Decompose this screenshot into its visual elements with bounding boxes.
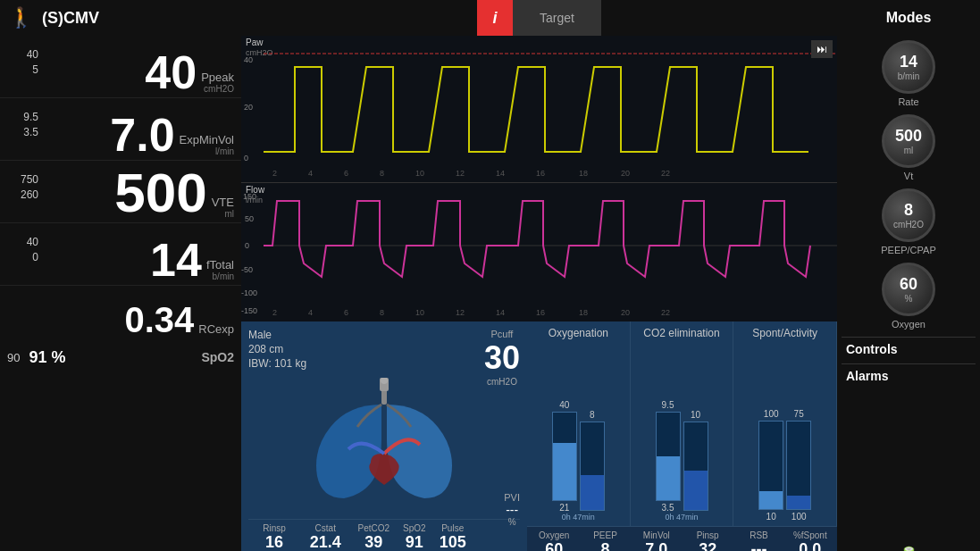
- pvi-display[interactable]: PVI --- %: [504, 492, 520, 527]
- content-area: 40 5 40 Ppeak cmH2O 9.5 3.5 7.0 ExpMinVo…: [0, 36, 980, 551]
- flow-waveform-svg: [241, 183, 837, 321]
- vte-small-vals: 750 260: [7, 172, 38, 221]
- rcexp-label-area: RCexp: [198, 322, 234, 338]
- monitoring-body: 40 21 8: [527, 344, 837, 526]
- oxy-bar2-fill: [581, 475, 604, 510]
- pcuff-display[interactable]: Pcuff 30 cmH2O: [484, 329, 520, 387]
- bottom-section: Male 208 cm IBW: 101 kg: [241, 321, 837, 551]
- mon-spont: 100 10 75: [733, 344, 837, 526]
- spont-bars: 100 10 75: [736, 348, 833, 522]
- col-spont: Spont/Activity: [733, 321, 837, 344]
- vital-spo2[interactable]: 90 91 % SpO2: [0, 339, 241, 375]
- knob-peep[interactable]: 8 cmH2O PEEP/CPAP: [842, 188, 976, 255]
- rate-knob[interactable]: 14 b/min: [882, 40, 935, 94]
- co2-bar2: 10: [683, 410, 708, 513]
- co2-bar2-fill: [684, 471, 708, 510]
- oxy-time: 0h 47min: [562, 513, 595, 522]
- knob-vt[interactable]: 500 ml Vt: [842, 114, 976, 181]
- monitoring-bottom-values: Oxygen 60 % PEEP 8 cmH2O MinVol 7.0: [527, 526, 837, 551]
- patient-ibw: IBW: 101 kg: [248, 357, 520, 370]
- stat-pulse: Pulse 105 1/min: [440, 523, 466, 551]
- oxygen-knob[interactable]: 60 %: [882, 263, 935, 316]
- mon-oxygenation: 40 21 8: [527, 344, 631, 526]
- controls-label[interactable]: Controls: [842, 337, 976, 356]
- co2-time: 0h 47min: [665, 513, 698, 522]
- vital-ftotal[interactable]: 40 0 14 fTotal b/min: [0, 223, 241, 286]
- paw-waveform-svg: [241, 36, 837, 182]
- mon-co2: 9.5 3.5 10: [631, 344, 734, 526]
- oxy-bars: 40 21 8: [530, 348, 627, 513]
- spo2-threshold: 90: [7, 351, 20, 364]
- spont-bar2: 75 100: [786, 409, 811, 522]
- oxy-bar1-fill: [553, 443, 576, 500]
- mon-pinsp: Pinsp 32 cmH2O: [684, 530, 731, 551]
- ppeak-label-area: Ppeak cmH2O: [201, 71, 234, 96]
- mon-rsb: RSB --- 1/(l*min): [735, 530, 782, 551]
- info-button[interactable]: i: [477, 0, 513, 36]
- mon-fspont: %fSpont 0.0 %: [787, 530, 833, 551]
- expminvol-value: 7.0: [38, 112, 180, 158]
- modes-button[interactable]: Modes: [837, 0, 980, 36]
- mon-minvol: MinVol 7.0 l/min: [633, 530, 680, 551]
- oxy-bar1: 40 21: [552, 400, 577, 513]
- mon-peep: PEEP 8 cmH2O: [582, 530, 628, 551]
- monitoring-header: Oxygenation CO2 elimination Spont/Activi…: [527, 321, 837, 344]
- waveforms-section: Paw cmH2O 40 20 0 2 4 6 8 10 12 14 16 18: [241, 36, 837, 321]
- vital-expminvol[interactable]: 9.5 3.5 7.0 ExpMinVol l/min: [0, 98, 241, 161]
- spont-bar1-fill: [759, 491, 783, 509]
- expminvol-label-area: ExpMinVol l/min: [180, 133, 234, 158]
- col-co2: CO2 elimination: [631, 321, 734, 344]
- top-bar-left: 🚶 (S)CMV: [0, 6, 241, 29]
- clock-battery: 🔋: [842, 541, 976, 551]
- vital-vte[interactable]: 750 260 500 VTE ml: [0, 161, 241, 223]
- spont-bar1: 100 10: [758, 409, 783, 522]
- vital-ppeak[interactable]: 40 5 40 Ppeak cmH2O: [0, 36, 241, 98]
- center-main: Paw cmH2O 40 20 0 2 4 6 8 10 12 14 16 18: [241, 36, 837, 551]
- co2-bar1: 9.5 3.5: [656, 400, 681, 513]
- flow-chart: Flow l/min 150 50 0 -50 -100 -150 2 4 6 …: [241, 183, 837, 321]
- lung-illustration: [248, 370, 520, 519]
- stat-cstat: Cstat 21.4 ml/cmH2O: [306, 523, 345, 551]
- peep-knob[interactable]: 8 cmH2O: [882, 188, 935, 242]
- bottom-stats: Rinsp 16 cmH2O/l/s Cstat 21.4 ml/cmH2O P…: [248, 519, 520, 551]
- spo2-label: SpO2: [201, 350, 234, 364]
- paw-chart: Paw cmH2O 40 20 0 2 4 6 8 10 12 14 16 18: [241, 36, 837, 183]
- col-oxygenation: Oxygenation: [527, 321, 631, 344]
- co2-bars: 9.5 3.5 10: [633, 348, 731, 513]
- ftotal-small-vals: 40 0: [7, 235, 38, 283]
- vital-rcexp[interactable]: 0.34 RCexp: [0, 286, 241, 339]
- vitals-panel: 40 5 40 Ppeak cmH2O 9.5 3.5 7.0 ExpMinVo…: [0, 36, 241, 551]
- alarms-label[interactable]: Alarms: [842, 363, 976, 383]
- stat-rinsp: Rinsp 16 cmH2O/l/s: [255, 523, 293, 551]
- patient-panel: Male 208 cm IBW: 101 kg: [241, 321, 527, 551]
- target-button[interactable]: Target: [513, 0, 601, 36]
- vte-value: 500: [38, 165, 212, 221]
- top-bar: 🚶 (S)CMV i Target Modes: [0, 0, 980, 36]
- patient-info: Male 208 cm IBW: 101 kg: [248, 329, 520, 370]
- ftotal-value: 14: [38, 237, 206, 283]
- mode-title: (S)CMV: [42, 9, 99, 28]
- ppeak-small-vals: 40 5: [7, 47, 38, 96]
- ppeak-value: 40: [38, 49, 201, 96]
- spo2-percent: 91 %: [29, 348, 65, 367]
- right-panel: 14 b/min Rate 500 ml Vt 8 cmH2O PEEP/CPA…: [837, 36, 980, 551]
- spont-bar2-fill: [787, 496, 810, 509]
- monitoring-columns: Oxygenation CO2 elimination Spont/Activi…: [527, 321, 837, 551]
- chart-nav-btn[interactable]: ⏭: [811, 40, 833, 58]
- person-icon: 🚶: [9, 6, 33, 29]
- vt-knob[interactable]: 500 ml: [882, 114, 935, 168]
- ftotal-label-area: fTotal b/min: [206, 258, 234, 283]
- rcexp-value: 0.34: [7, 302, 198, 338]
- mon-oxygen: Oxygen 60 %: [531, 530, 577, 551]
- knob-rate[interactable]: 14 b/min Rate: [842, 40, 976, 107]
- oxy-bar2: 8: [580, 410, 605, 513]
- vte-label-area: VTE ml: [212, 196, 234, 221]
- top-bar-center: i Target: [241, 0, 837, 36]
- stat-petco2: PetCO2 39 mmHg: [358, 523, 390, 551]
- knob-oxygen[interactable]: 60 % Oxygen: [842, 263, 976, 330]
- co2-bar1-fill: [657, 456, 680, 500]
- lung-svg: [295, 378, 473, 512]
- patient-gender: Male: [248, 329, 520, 341]
- main-container: 🚶 (S)CMV i Target Modes 40 5 40 Ppeak cm…: [0, 0, 980, 551]
- battery-icon: 🔋: [898, 546, 920, 551]
